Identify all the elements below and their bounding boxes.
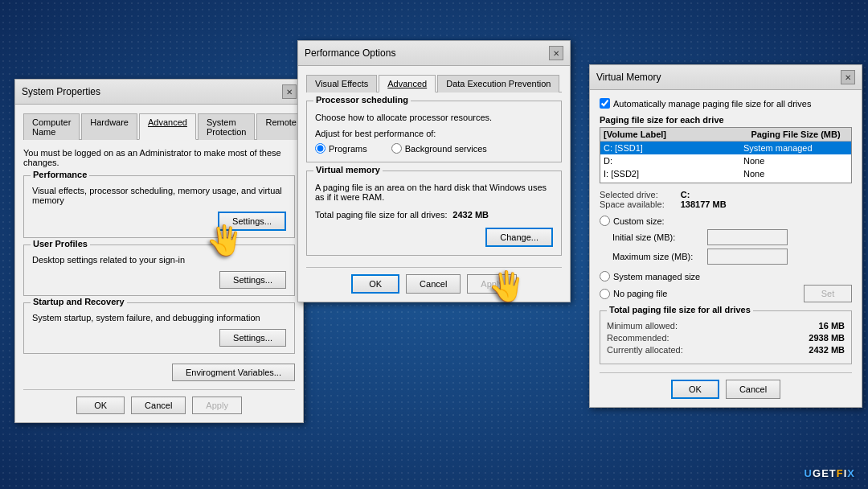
system-properties-titlebar: System Properties ✕ — [15, 80, 303, 105]
recommended-value: 2938 MB — [809, 333, 845, 343]
programs-radio-label[interactable]: Programs — [315, 143, 367, 154]
performance-desc: Visual effects, processor scheduling, me… — [32, 186, 286, 205]
maximum-size-row: Maximum size (MB): — [612, 249, 852, 265]
processor-scheduling-section: Processor scheduling Choose how to alloc… — [306, 101, 562, 162]
virtual-memory-title: Virtual Memory — [596, 72, 661, 83]
drive-c-value: System managed — [743, 143, 848, 153]
no-paging-radio-label[interactable]: No paging file — [600, 289, 667, 299]
drive-c-letter: C: [SSD1] — [604, 143, 743, 153]
drive-d-value: None — [743, 156, 848, 166]
system-managed-radio[interactable] — [600, 271, 610, 281]
drive-d-letter: D: — [604, 156, 743, 166]
user-profiles-label: User Profiles — [31, 239, 90, 249]
currently-allocated-row: Currently allocated: 2432 MB — [607, 345, 845, 355]
system-properties-close-btn[interactable]: ✕ — [282, 84, 297, 99]
user-profiles-settings-btn[interactable]: Settings... — [219, 271, 286, 289]
auto-manage-text: Automatically manage paging file size fo… — [613, 99, 811, 109]
performance-options-titlebar: Performance Options ✕ — [298, 41, 570, 66]
custom-size-radio-label[interactable]: Custom size: — [600, 216, 852, 226]
drive-col2-header: Paging File Size (MB) — [743, 129, 848, 139]
paging-label: Paging file size for each drive — [600, 115, 852, 125]
system-properties-dialog: System Properties ✕ Computer Name Hardwa… — [14, 79, 304, 423]
tab-data-execution[interactable]: Data Execution Prevention — [437, 75, 559, 92]
drive-row-c[interactable]: C: [SSD1] System managed — [600, 142, 851, 154]
custom-size-radio[interactable] — [600, 216, 610, 226]
recommended-row: Recommended: 2938 MB — [607, 333, 845, 343]
virt-mem-ok-btn[interactable]: OK — [671, 380, 719, 399]
perf-opts-cancel-btn[interactable]: Cancel — [406, 274, 461, 294]
sys-props-cancel-btn[interactable]: Cancel — [131, 397, 186, 414]
drive-i-letter: I: [SSD2] — [604, 169, 743, 179]
tab-visual-effects[interactable]: Visual Effects — [306, 75, 377, 92]
virtual-memory-dialog: Virtual Memory ✕ Automatically manage pa… — [589, 64, 862, 408]
initial-size-label: Initial size (MB): — [612, 232, 701, 242]
tab-system-protection[interactable]: System Protection — [198, 113, 256, 140]
background-radio[interactable] — [391, 143, 402, 154]
virtual-memory-section: Virtual memory A paging file is an area … — [306, 171, 562, 256]
virt-mem-cancel-btn[interactable]: Cancel — [726, 380, 780, 399]
adjust-label: Adjust for best performance of: — [315, 129, 553, 138]
tab-computer-name[interactable]: Computer Name — [23, 113, 80, 140]
performance-section: Performance Visual effects, processor sc… — [23, 175, 295, 238]
startup-recovery-settings-btn[interactable]: Settings... — [219, 329, 286, 347]
drive-list-header: [Volume Label] Paging File Size (MB) — [600, 128, 851, 142]
env-variables-btn[interactable]: Envirogment Variables... — [172, 364, 295, 381]
performance-label: Performance — [31, 170, 89, 179]
initial-size-input[interactable] — [707, 229, 788, 245]
perf-opts-ok-btn[interactable]: OK — [351, 274, 399, 294]
auto-manage-label[interactable]: Automatically manage paging file size fo… — [600, 98, 852, 109]
performance-options-dialog: Performance Options ✕ Visual Effects Adv… — [297, 40, 571, 302]
performance-options-close-btn[interactable]: ✕ — [549, 46, 563, 60]
drive-row-d[interactable]: D: None — [600, 154, 851, 167]
total-paging-value: 2432 MB — [452, 210, 489, 220]
admin-note: You must be logged on as an Administrato… — [23, 148, 295, 167]
watermark: UGETFIX — [805, 467, 855, 479]
selected-drive-values: C: 138177 MB — [681, 190, 727, 209]
perf-opts-apply-btn[interactable]: Apply — [467, 274, 517, 294]
performance-options-title: Performance Options — [305, 47, 395, 59]
virtual-memory-label: Virtual memory — [313, 165, 383, 175]
set-btn[interactable]: Set — [804, 285, 852, 302]
tab-hardware[interactable]: Hardware — [81, 113, 137, 140]
drive-list[interactable]: [Volume Label] Paging File Size (MB) C: … — [600, 127, 852, 183]
system-properties-tabs: Computer Name Hardware Advanced System P… — [23, 113, 295, 140]
user-profiles-desc: Desktop settings related to your sign-in — [32, 255, 286, 265]
processor-scheduling-label: Processor scheduling — [313, 95, 411, 105]
virtual-memory-desc: A paging file is an area on the hard dis… — [315, 183, 553, 202]
drive-i-value: None — [743, 169, 848, 179]
maximum-size-input[interactable] — [707, 249, 788, 265]
background-radio-text: Background services — [405, 144, 487, 154]
system-managed-text: System managed size — [613, 272, 700, 281]
sys-props-apply-btn[interactable]: Apply — [192, 397, 242, 414]
background-radio-label[interactable]: Background services — [391, 143, 487, 154]
virtual-memory-close-btn[interactable]: ✕ — [841, 70, 855, 84]
tab-advanced-perf[interactable]: Advanced — [379, 75, 436, 92]
performance-settings-btn[interactable]: Settings... — [218, 212, 286, 231]
drive-row-i[interactable]: I: [SSD2] None — [600, 167, 851, 180]
startup-recovery-section: Startup and Recovery System startup, sys… — [23, 302, 295, 354]
min-allowed-value: 16 MB — [819, 321, 845, 331]
tab-advanced[interactable]: Advanced — [139, 113, 196, 140]
auto-manage-checkbox[interactable] — [600, 98, 610, 109]
currently-allocated-label: Currently allocated: — [607, 345, 683, 355]
currently-allocated-value: 2432 MB — [809, 345, 845, 355]
sys-props-ok-btn[interactable]: OK — [76, 397, 125, 414]
total-paging-label: Total paging file size for all drives: — [315, 210, 447, 220]
virtual-memory-titlebar: Virtual Memory ✕ — [590, 65, 862, 90]
programs-radio[interactable] — [315, 143, 326, 154]
min-allowed-row: Minimum allowed: 16 MB — [607, 321, 845, 331]
total-section-label: Total paging file size for all drives — [607, 305, 753, 314]
total-paging-section: Total paging file size for all drives Mi… — [600, 310, 852, 364]
user-profiles-section: User Profiles Desktop settings related t… — [23, 244, 295, 296]
system-managed-radio-label[interactable]: System managed size — [600, 271, 852, 281]
no-paging-radio[interactable] — [600, 289, 610, 299]
processor-scheduling-desc: Choose how to allocate processor resourc… — [315, 113, 553, 122]
change-btn[interactable]: Change... — [485, 228, 553, 247]
initial-size-row: Initial size (MB): — [612, 229, 852, 245]
drive-col1-header: [Volume Label] — [604, 129, 743, 139]
startup-recovery-desc: System startup, system failure, and debu… — [32, 313, 286, 323]
performance-options-tabs: Visual Effects Advanced Data Execution P… — [306, 74, 562, 92]
custom-size-text: Custom size: — [613, 216, 665, 226]
system-properties-title: System Properties — [22, 86, 100, 97]
no-paging-text: No paging file — [613, 289, 667, 298]
